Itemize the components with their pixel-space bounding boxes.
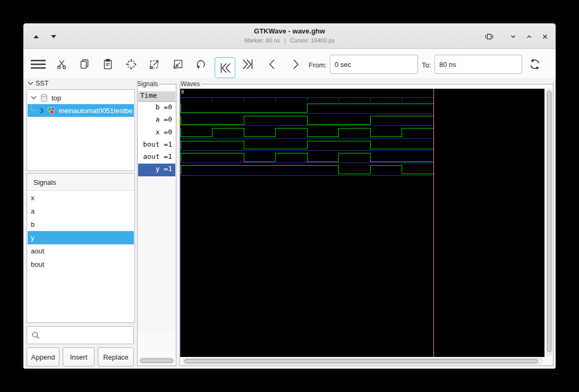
chevron-down-icon <box>509 33 517 40</box>
zoom-in-icon <box>148 58 161 71</box>
subtitle-separator: | <box>284 37 286 44</box>
copy-icon <box>78 58 91 71</box>
window-subtitle: Marker: 80 ns|Cursor: 19400 ps <box>23 37 556 44</box>
scrollbar-thumb[interactable] <box>184 359 538 363</box>
facility-panel: Signals xabyaoutbout <box>27 173 135 323</box>
search-input[interactable] <box>42 327 131 343</box>
facility-list: xabyaoutbout <box>28 191 134 271</box>
facility-item-a[interactable]: a <box>28 204 134 218</box>
signal-row-y[interactable]: y =1 <box>138 164 175 176</box>
zoom-undo-button[interactable] <box>194 58 207 71</box>
insert-button[interactable]: Insert <box>63 347 95 367</box>
undo-icon <box>194 58 207 71</box>
close-icon <box>541 33 549 40</box>
sst-expander[interactable]: SST <box>28 80 48 87</box>
facility-item-y[interactable]: y <box>28 231 134 244</box>
restore-icon <box>485 32 493 41</box>
signal-row-a[interactable]: a =0 <box>138 114 175 126</box>
signal-row-b[interactable]: b =0 <box>138 102 175 114</box>
zoom-out-icon <box>172 58 184 71</box>
signal-row-aout[interactable]: aout =1 <box>138 151 175 164</box>
timescale-origin-label: 0 <box>181 89 184 95</box>
signal-row-bout[interactable]: bout =1 <box>138 139 175 151</box>
zoom-out-button[interactable] <box>172 58 184 71</box>
chevron-right-icon <box>288 57 302 71</box>
replace-button[interactable]: Replace <box>98 347 134 367</box>
marker-status: Marker: 80 ns <box>244 37 280 44</box>
scrollbar-thumb[interactable] <box>140 359 173 363</box>
to-label: To: <box>422 61 431 69</box>
tree-item-top[interactable]: top <box>28 91 134 104</box>
from-label: From: <box>309 61 327 69</box>
go-to-start-icon <box>218 61 232 75</box>
wave-canvas <box>180 89 544 357</box>
signal-name-table: Time b =0a =0x =0bout =1aout =1y =1 <box>138 91 175 334</box>
tree-item-label: top <box>52 94 61 102</box>
sst-label: SST <box>36 80 48 87</box>
paste-icon <box>101 58 114 71</box>
from-input[interactable] <box>330 55 418 74</box>
scissors-icon <box>55 58 68 71</box>
next-edge-button[interactable] <box>288 57 302 70</box>
waves-frame-label: Waves <box>181 80 201 88</box>
facility-list-header: Signals <box>28 174 134 191</box>
zoom-to-start-button[interactable] <box>215 57 235 78</box>
database-cylinder-icon <box>40 93 48 103</box>
hamburger-menu-icon <box>30 58 46 71</box>
facility-item-x[interactable]: x <box>28 191 134 204</box>
to-input[interactable] <box>435 55 522 74</box>
tree-item-testbench[interactable]: meinautomat0051testbe <box>28 104 134 117</box>
chevron-down-icon <box>28 81 33 86</box>
chevron-left-icon <box>266 57 279 71</box>
chevron-down-icon[interactable] <box>31 96 37 100</box>
scrollbar-thumb[interactable] <box>547 91 551 352</box>
restore-button[interactable] <box>483 31 495 42</box>
cut-button[interactable] <box>55 58 68 71</box>
facility-item-bout[interactable]: bout <box>28 258 134 271</box>
zoom-to-end-button[interactable] <box>241 57 255 70</box>
reload-icon <box>528 57 542 71</box>
maximize-button[interactable] <box>523 31 535 42</box>
cursor-status: Cursor: 19400 ps <box>290 37 335 44</box>
signal-row-x[interactable]: x =0 <box>138 127 175 139</box>
copy-button[interactable] <box>78 58 91 71</box>
search-box <box>27 326 134 344</box>
go-to-end-icon <box>241 57 255 71</box>
signal-rows: b =0a =0x =0bout =1aout =1y =1 <box>138 102 175 176</box>
tree-item-label: meinautomat0051testbe <box>58 107 132 115</box>
zoom-in-button[interactable] <box>148 58 161 71</box>
zoom-fit-button[interactable] <box>125 58 138 71</box>
facility-item-aout[interactable]: aout <box>28 244 134 258</box>
signals-frame-label: Signals <box>137 80 159 88</box>
tree-guide-line <box>31 105 38 110</box>
sst-tree-panel: top meinautomat0051testbe <box>27 89 135 171</box>
chevron-right-icon[interactable] <box>40 108 44 114</box>
signals-frame: Time b =0a =0x =0bout =1aout =1y =1 <box>137 84 176 366</box>
wave-vertical-scrollbar[interactable] <box>546 89 552 356</box>
window-title: GTKWave - wave.ghw <box>23 27 556 35</box>
zoom-fit-icon <box>125 58 138 71</box>
paste-button[interactable] <box>101 58 114 71</box>
wave-area[interactable]: 0 <box>180 89 544 357</box>
append-button[interactable]: Append <box>27 347 59 367</box>
gtkwave-window: GTKWave - wave.ghw Marker: 80 ns|Cursor:… <box>23 23 556 369</box>
minimize-button[interactable] <box>507 31 519 42</box>
toolbar: From: To: <box>23 49 556 78</box>
signal-table-filler <box>138 176 175 334</box>
reload-button[interactable] <box>528 57 542 70</box>
titlebar[interactable]: GTKWave - wave.ghw Marker: 80 ns|Cursor:… <box>23 23 556 49</box>
close-button[interactable] <box>539 31 551 42</box>
time-header: Time <box>138 91 175 102</box>
signals-horizontal-scrollbar[interactable] <box>139 357 174 364</box>
ghw-module-icon <box>47 106 56 115</box>
chevron-up-icon <box>525 33 533 40</box>
previous-edge-button[interactable] <box>266 57 279 70</box>
facility-item-b[interactable]: b <box>28 218 134 231</box>
menu-button[interactable] <box>30 58 46 71</box>
search-icon <box>31 331 40 340</box>
wave-horizontal-scrollbar[interactable] <box>183 358 543 364</box>
